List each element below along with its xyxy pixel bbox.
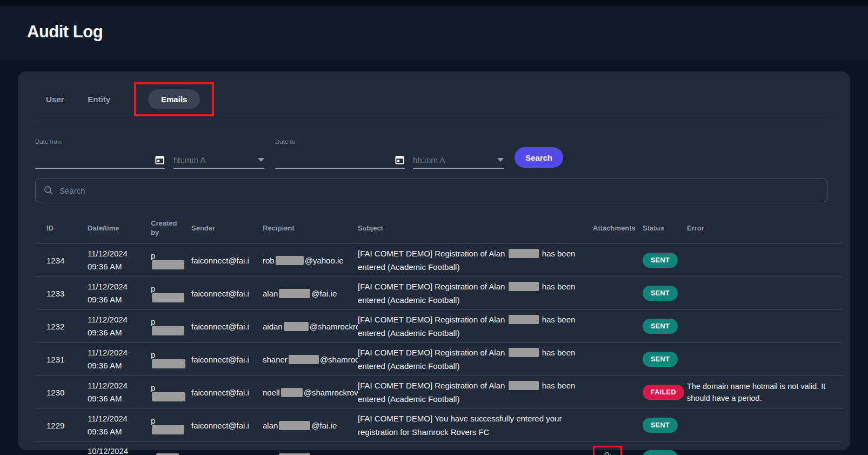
cell-error [687, 442, 843, 455]
col-header-datetime: Date/time [88, 211, 151, 244]
cell-id: 1234 [35, 244, 88, 277]
status-badge: SENT [643, 418, 678, 433]
cell-error [687, 310, 843, 343]
tab-emails[interactable]: Emails [148, 89, 200, 109]
cell-attachments [593, 442, 643, 455]
email-log-table: ID Date/time Created by Sender Recipient… [35, 211, 843, 455]
col-header-status: Status [643, 211, 687, 244]
cell-status: SENT [643, 277, 687, 310]
cell-error [687, 343, 843, 376]
page-title: Audit Log [27, 22, 103, 42]
search-bar [35, 179, 827, 202]
redacted-text [509, 348, 539, 357]
cell-attachments [593, 277, 643, 310]
date-to-input[interactable] [275, 155, 395, 164]
time-from-input[interactable] [173, 155, 255, 164]
cell-id: 1230 [35, 376, 88, 409]
status-badge: SENT [643, 352, 678, 367]
cell-error [687, 277, 843, 310]
redacted-text [279, 421, 310, 430]
calendar-icon[interactable] [395, 155, 405, 165]
cell-id: 1228 [35, 442, 88, 455]
cell-attachments [593, 343, 643, 376]
cell-datetime: 10/12/2024 02:13 PM [88, 442, 151, 455]
cell-subject: Your registration form for Shamrock Rove… [358, 442, 593, 455]
col-header-subject: Subject [358, 211, 593, 244]
cell-attachments [593, 376, 643, 409]
cell-recipient: alan@fai.ie [263, 277, 358, 310]
cell-attachments [593, 310, 643, 343]
cell-error [687, 409, 843, 442]
cell-created-by: p [151, 409, 191, 442]
table-row: 1230 11/12/2024 09:36 AM p faiconnect@fa… [35, 376, 843, 409]
status-badge: SENT [643, 253, 678, 268]
cell-created-by: p [151, 277, 191, 310]
status-badge: SENT [643, 450, 678, 455]
time-to-input[interactable] [413, 155, 494, 164]
col-header-recipient: Recipient [263, 211, 358, 244]
tabs-divider [35, 121, 833, 121]
cell-created-by: p [151, 310, 191, 343]
cell-sender: faiconnect@fai.i [191, 343, 263, 376]
cell-recipient: alan@fai.ie [263, 442, 358, 455]
date-to-field: Date to [275, 139, 405, 169]
calendar-icon[interactable] [155, 155, 165, 165]
cell-id: 1232 [35, 310, 88, 343]
cell-sender: faiconnect@fai.i [191, 277, 263, 310]
chevron-down-icon[interactable] [258, 158, 264, 162]
table-row: 1229 11/12/2024 09:36 AM p faiconnect@fa… [35, 409, 843, 442]
cell-created-by: p [151, 343, 191, 376]
cell-sender: faiconnect@fai.i [191, 310, 263, 343]
cell-recipient: rob@yahoo.ie [263, 244, 358, 277]
cell-recipient: noell@shamrockrov [263, 376, 358, 409]
cell-subject: [FAI COMET DEMO] Registration of Alan ha… [358, 343, 593, 376]
time-from-field [173, 154, 264, 169]
chevron-down-icon[interactable] [497, 158, 504, 162]
redacted-text [279, 453, 310, 455]
cell-sender: faiconnect@fai.i [191, 376, 263, 409]
cell-datetime: 11/12/2024 09:36 AM [88, 244, 151, 277]
tab-bar: User Entity Emails [35, 82, 833, 116]
date-from-field: Date from [35, 139, 165, 169]
cell-subject: [FAI COMET DEMO] Registration of Alan ha… [358, 277, 593, 310]
cell-attachments [593, 409, 643, 442]
top-strip [0, 0, 868, 6]
redacted-text [289, 355, 319, 364]
tab-user[interactable]: User [46, 95, 64, 104]
audit-log-panel: User Entity Emails Date from [18, 71, 850, 450]
cell-created-by: p [151, 376, 191, 409]
redacted-text [509, 381, 539, 390]
cell-recipient: aidan@shamrockrov [263, 310, 358, 343]
table-row: 1234 11/12/2024 09:36 AM p faiconnect@fa… [35, 244, 843, 277]
table-row: 1231 11/12/2024 09:36 AM p faiconnect@fa… [35, 343, 843, 376]
cell-status: SENT [643, 409, 687, 442]
date-from-input[interactable] [35, 155, 155, 164]
cell-error [687, 244, 843, 277]
cell-attachments [593, 244, 643, 277]
cell-sender: faiconnect@fai.i [191, 442, 263, 455]
cell-subject: [FAI COMET DEMO] You have successfully e… [358, 409, 593, 442]
search-icon [43, 185, 54, 196]
col-header-sender: Sender [191, 211, 263, 244]
cell-datetime: 11/12/2024 09:36 AM [88, 409, 151, 442]
paperclip-icon[interactable] [599, 450, 616, 455]
cell-subject: [FAI COMET DEMO] Registration of Alan ha… [358, 244, 593, 277]
red-annotation-box-attachment [593, 446, 622, 455]
red-annotation-box-tab: Emails [134, 82, 214, 116]
col-header-error: Error [687, 211, 843, 244]
tab-entity[interactable]: Entity [88, 95, 110, 104]
status-badge: FAILED [643, 385, 684, 400]
redacted-text [509, 282, 539, 291]
search-button[interactable]: Search [515, 147, 563, 168]
table-header-row: ID Date/time Created by Sender Recipient… [35, 211, 843, 244]
cell-id: 1229 [35, 409, 88, 442]
cell-subject: [FAI COMET DEMO] Registration of Alan ha… [358, 376, 593, 409]
cell-status: SENT [643, 310, 687, 343]
col-header-created-by: Created by [151, 211, 191, 244]
table-row: 1228 10/12/2024 02:13 PM d faiconnect@fa… [35, 442, 843, 455]
redacted-text [156, 453, 179, 455]
search-input[interactable] [59, 186, 819, 195]
app-header: Audit Log [0, 6, 868, 58]
date-from-label: Date from [35, 139, 165, 145]
cell-status: SENT [643, 343, 687, 376]
